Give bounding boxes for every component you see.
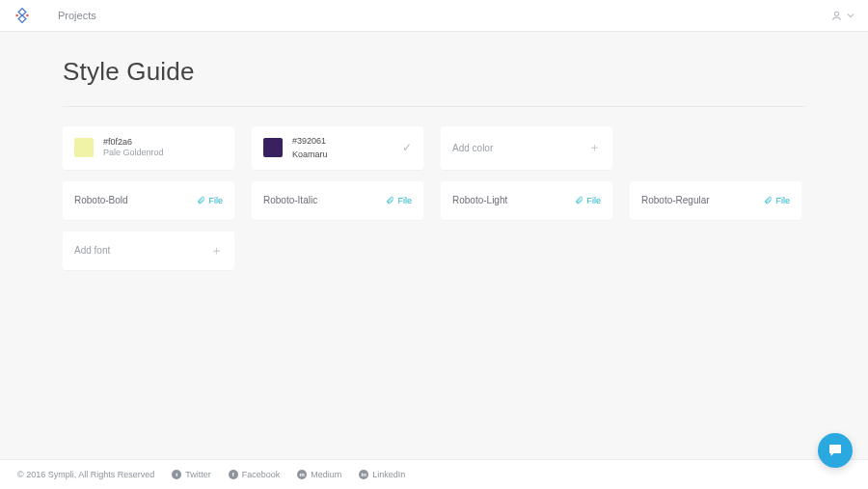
footer: © 2016 Sympli, All Rights Reserved tTwit… (0, 459, 868, 489)
chevron-down-icon (847, 12, 854, 19)
topbar: Projects (0, 0, 868, 32)
user-menu[interactable] (830, 10, 854, 22)
attachment-icon (764, 196, 773, 204)
chat-widget[interactable] (818, 433, 853, 468)
font-card[interactable]: Roboto-Regular File (630, 181, 801, 220)
file-link[interactable]: File (386, 196, 412, 205)
user-icon (830, 10, 843, 22)
fonts-row: Roboto-Bold File Roboto-Italic File Robo… (63, 181, 805, 220)
facebook-link[interactable]: fFacebook (229, 470, 281, 479)
linkedin-link[interactable]: inLinkedIn (359, 470, 405, 479)
file-link[interactable]: File (197, 196, 223, 205)
twitter-link[interactable]: tTwitter (172, 470, 211, 479)
medium-icon: m (297, 470, 307, 479)
projects-link[interactable]: Projects (58, 10, 96, 21)
svg-point-3 (26, 14, 29, 17)
font-name: Roboto-Light (452, 195, 507, 205)
svg-point-2 (15, 14, 18, 17)
color-hex: #f0f2a6 (103, 137, 223, 149)
font-card[interactable]: Roboto-Light File (441, 181, 612, 220)
logo[interactable] (14, 7, 31, 24)
add-font-label: Add font (74, 245, 210, 256)
twitter-icon: t (172, 470, 181, 479)
plus-icon: ＋ (210, 242, 223, 259)
color-swatch (74, 138, 94, 157)
linkedin-icon: in (359, 470, 368, 479)
copyright: © 2016 Sympli, All Rights Reserved (17, 470, 154, 479)
attachment-icon (197, 196, 205, 204)
add-font-row: Add font ＋ (63, 231, 805, 270)
attachment-icon (575, 196, 583, 204)
file-link[interactable]: File (764, 196, 790, 205)
color-hex: #392061 (292, 136, 402, 148)
add-font-card[interactable]: Add font ＋ (63, 231, 234, 270)
font-name: Roboto-Regular (641, 195, 710, 205)
font-name: Roboto-Italic (263, 195, 317, 205)
add-color-card[interactable]: Add color ＋ (441, 126, 612, 170)
chat-icon (827, 442, 844, 459)
color-card-editing[interactable]: #392061 ✓ (252, 126, 423, 170)
color-name-input[interactable] (292, 149, 402, 159)
check-icon[interactable]: ✓ (402, 141, 412, 154)
attachment-icon (386, 196, 394, 204)
color-name: Pale Goldenrod (103, 148, 223, 159)
facebook-icon: f (229, 470, 238, 479)
font-card[interactable]: Roboto-Italic File (252, 181, 423, 220)
font-card[interactable]: Roboto-Bold File (63, 181, 234, 220)
file-link[interactable]: File (575, 196, 601, 205)
colors-row: #f0f2a6 Pale Goldenrod #392061 ✓ Add col… (63, 126, 805, 170)
plus-icon: ＋ (588, 139, 601, 156)
font-name: Roboto-Bold (74, 195, 128, 205)
medium-link[interactable]: mMedium (297, 470, 341, 479)
color-card[interactable]: #f0f2a6 Pale Goldenrod (63, 126, 234, 170)
page-title: Style Guide (63, 57, 805, 107)
add-color-label: Add color (452, 143, 588, 153)
content: Style Guide #f0f2a6 Pale Goldenrod #3920… (0, 32, 868, 270)
color-swatch (263, 138, 283, 157)
